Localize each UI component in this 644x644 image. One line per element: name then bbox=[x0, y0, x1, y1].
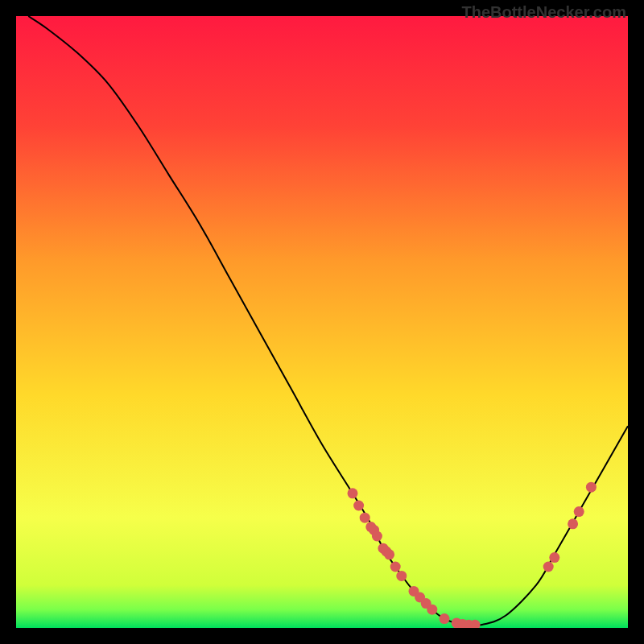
watermark-text: TheBottleNecker.com bbox=[461, 3, 626, 22]
data-point bbox=[427, 605, 437, 615]
data-point bbox=[574, 506, 584, 517]
data-point bbox=[440, 613, 450, 624]
data-point bbox=[543, 562, 554, 572]
data-point bbox=[360, 513, 370, 523]
data-point bbox=[586, 482, 597, 493]
data-point bbox=[384, 549, 394, 559]
data-point bbox=[549, 552, 559, 563]
chart-svg bbox=[16, 16, 628, 628]
data-point bbox=[372, 531, 382, 542]
data-point bbox=[396, 571, 407, 581]
data-point bbox=[348, 488, 358, 498]
data-point bbox=[568, 518, 578, 529]
chart-container: TheBottleNecker.com bbox=[0, 0, 644, 644]
plot-area bbox=[16, 16, 628, 628]
data-point bbox=[390, 562, 401, 572]
data-point bbox=[353, 501, 364, 511]
gradient-background bbox=[16, 16, 628, 628]
